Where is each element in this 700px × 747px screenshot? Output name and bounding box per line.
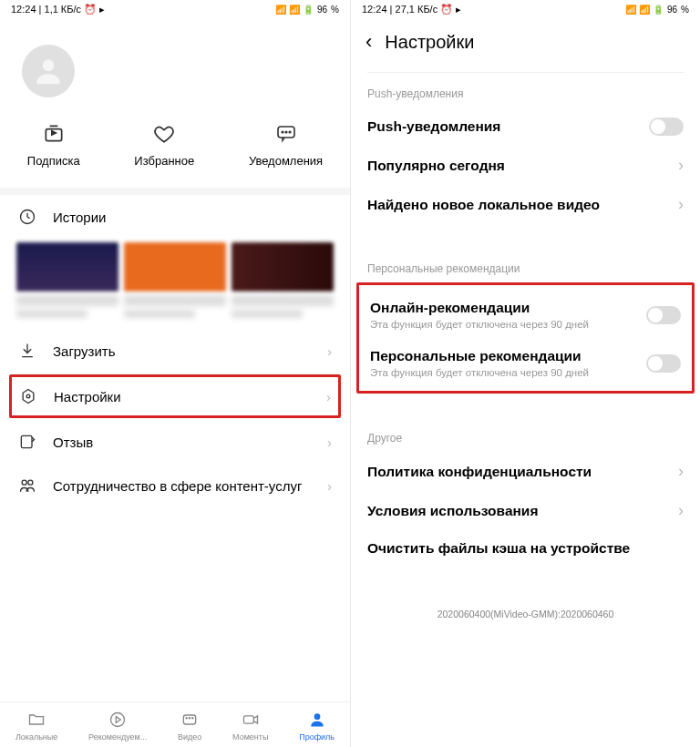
nav-moments[interactable]: Моменты: [232, 710, 268, 742]
subscription-button[interactable]: Подписка: [27, 121, 80, 168]
status-bar: 12:24 | 1,1 КБ/с ⏰ ▸ 📶 📶 🔋96%: [0, 0, 350, 19]
settings-screen: 12:24 | 27,1 КБ/с ⏰ ▸ 📶 📶 🔋96% ‹ Настрой…: [350, 0, 700, 747]
tv-icon: [180, 710, 200, 730]
nav-video[interactable]: Видео: [178, 710, 201, 742]
push-toggle-row[interactable]: Push-уведомления: [351, 107, 700, 146]
subscription-icon: [41, 121, 67, 147]
svg-marker-7: [23, 390, 34, 404]
avatar-zone: [0, 19, 350, 114]
toggle[interactable]: [646, 306, 681, 324]
svg-point-11: [28, 480, 33, 485]
svg-point-15: [190, 718, 190, 719]
svg-rect-17: [243, 716, 253, 723]
svg-point-4: [285, 131, 287, 133]
chevron-right-icon: ›: [326, 389, 331, 404]
svg-point-3: [282, 131, 283, 133]
history-thumbs: [0, 239, 350, 329]
chevron-right-icon: ›: [327, 435, 332, 450]
gear-icon: [19, 387, 37, 405]
page-title: Настройки: [385, 32, 474, 53]
svg-rect-13: [183, 715, 195, 724]
found-local-row[interactable]: Найдено новое локальное видео ›: [351, 185, 700, 224]
thumb-3[interactable]: [232, 242, 334, 318]
profile-screen: 12:24 | 1,1 КБ/с ⏰ ▸ 📶 📶 🔋96% Подписка И…: [0, 0, 350, 747]
download-icon: [18, 342, 36, 360]
nav-local[interactable]: Локальные: [15, 710, 57, 742]
clock-icon: [18, 208, 36, 226]
chat-icon: [273, 121, 299, 147]
settings-header: ‹ Настройки: [351, 19, 700, 67]
popular-row[interactable]: Популярно сегодня ›: [351, 146, 700, 185]
settings-row[interactable]: Настройки ›: [9, 374, 341, 418]
nav-recommend[interactable]: Рекомендуем...: [88, 710, 147, 742]
svg-point-8: [26, 394, 30, 398]
section-push: Push-уведомления: [351, 73, 700, 107]
status-time: 12:24: [11, 4, 36, 15]
thumb-2[interactable]: [124, 242, 226, 318]
toggle[interactable]: [646, 354, 681, 373]
build-version: 2020060400(MiVideo-GMM):2020060460: [351, 567, 700, 634]
nav-profile[interactable]: Профиль: [299, 710, 335, 742]
bottom-nav: Локальные Рекомендуем... Видео Моменты П…: [0, 701, 350, 747]
status-bar: 12:24 | 27,1 КБ/с ⏰ ▸ 📶 📶 🔋96%: [351, 0, 700, 19]
svg-point-16: [192, 718, 193, 719]
history-row[interactable]: Истории: [0, 195, 350, 239]
chevron-right-icon: ›: [327, 343, 332, 359]
back-icon[interactable]: ‹: [365, 30, 372, 54]
heart-icon: [151, 121, 177, 147]
svg-point-0: [43, 59, 55, 71]
svg-point-10: [22, 480, 26, 485]
personal-rec-row[interactable]: Персональные рекомендации Эта функция бу…: [370, 339, 681, 387]
cache-row[interactable]: Очистить файлы кэша на устройстве: [351, 530, 700, 567]
people-icon: [18, 476, 36, 495]
highlight-box: Онлайн-рекомендации Эта функция будет от…: [356, 282, 695, 394]
camera-icon: [241, 710, 261, 730]
chevron-right-icon: ›: [678, 501, 684, 520]
folder-icon: [26, 710, 46, 730]
notifications-button[interactable]: Уведомления: [249, 121, 323, 168]
chevron-right-icon: ›: [327, 478, 332, 494]
online-rec-row[interactable]: Онлайн-рекомендации Эта функция будет от…: [370, 291, 681, 339]
cooperation-row[interactable]: Сотрудничество в сфере контент-услуг ›: [0, 464, 350, 507]
thumb-1[interactable]: [16, 242, 118, 318]
chevron-right-icon: ›: [678, 195, 684, 214]
section-personal: Персональные рекомендации: [351, 248, 700, 282]
terms-row[interactable]: Условия использования ›: [351, 491, 700, 530]
svg-point-12: [111, 713, 125, 727]
download-row[interactable]: Загрузить ›: [0, 329, 350, 373]
feedback-row[interactable]: Отзыв ›: [0, 420, 350, 464]
play-circle-icon: [108, 710, 128, 730]
chevron-right-icon: ›: [678, 462, 684, 481]
person-icon: [307, 710, 327, 730]
section-other: Другое: [351, 417, 700, 452]
svg-point-14: [186, 718, 187, 719]
status-net: 1,1 КБ/с: [45, 4, 82, 15]
svg-point-18: [314, 713, 320, 720]
avatar[interactable]: [22, 45, 75, 97]
chevron-right-icon: ›: [678, 156, 684, 175]
svg-rect-9: [21, 435, 32, 447]
quick-actions: Подписка Избранное Уведомления: [0, 114, 350, 195]
privacy-row[interactable]: Политика конфиденциальности ›: [351, 452, 700, 491]
svg-rect-1: [46, 129, 61, 141]
favorites-button[interactable]: Избранное: [134, 121, 194, 168]
svg-point-5: [289, 131, 291, 133]
feedback-icon: [18, 433, 36, 451]
toggle[interactable]: [649, 118, 684, 136]
